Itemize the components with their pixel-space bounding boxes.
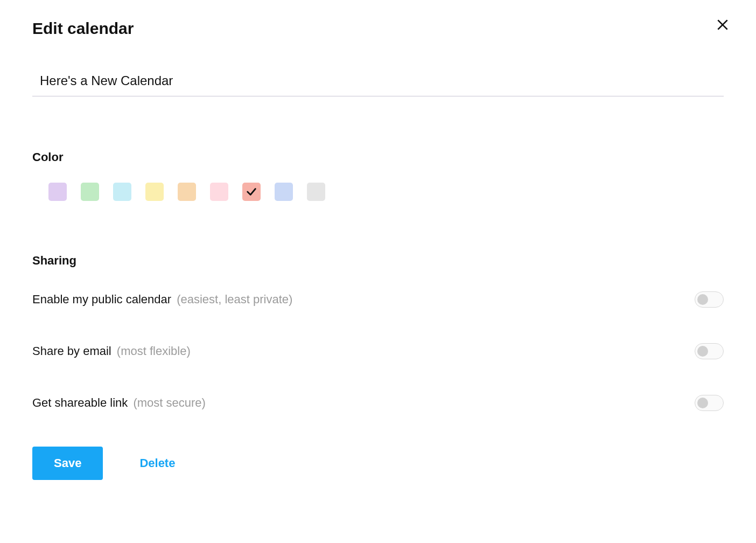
color-swatch-mint[interactable] (81, 183, 99, 201)
color-swatch-powder[interactable] (275, 183, 293, 201)
dialog-title: Edit calendar (32, 19, 724, 38)
sharing-options-list: Enable my public calendar (easiest, leas… (32, 291, 724, 411)
sharing-toggle[interactable] (695, 291, 724, 308)
sharing-option-text: Enable my public calendar (easiest, leas… (32, 293, 292, 307)
close-button[interactable] (712, 14, 733, 36)
color-swatch-butter[interactable] (145, 183, 164, 201)
sharing-option-text: Get shareable link (most secure) (32, 396, 206, 410)
sharing-toggle[interactable] (695, 395, 724, 411)
color-swatch-coral[interactable] (242, 183, 261, 201)
sharing-option-label: Get shareable link (32, 396, 128, 409)
color-swatch-blush[interactable] (210, 183, 228, 201)
dialog-actions: Save Delete (32, 447, 724, 480)
sharing-option-label: Share by email (32, 344, 111, 358)
color-swatch-gray[interactable] (307, 183, 325, 201)
color-swatch-peach[interactable] (178, 183, 196, 201)
sharing-toggle[interactable] (695, 343, 724, 359)
sharing-option-row: Enable my public calendar (easiest, leas… (32, 291, 724, 308)
sharing-option-hint: (most flexible) (114, 344, 191, 358)
delete-button[interactable]: Delete (139, 456, 175, 470)
toggle-knob (697, 294, 708, 305)
sharing-option-text: Share by email (most flexible) (32, 344, 191, 358)
save-button[interactable]: Save (32, 447, 103, 480)
sharing-option-hint: (easiest, least private) (173, 293, 292, 306)
sharing-option-row: Get shareable link (most secure) (32, 395, 724, 411)
check-icon (246, 186, 257, 198)
toggle-knob (697, 398, 708, 408)
color-swatch-row (32, 183, 724, 201)
sharing-section-label: Sharing (32, 254, 724, 268)
color-swatch-sky[interactable] (113, 183, 131, 201)
sharing-option-hint: (most secure) (130, 396, 206, 409)
calendar-name-input[interactable] (32, 68, 724, 96)
sharing-option-row: Share by email (most flexible) (32, 343, 724, 359)
sharing-option-label: Enable my public calendar (32, 293, 171, 306)
edit-calendar-dialog: Edit calendar Color Sharing Enable my pu… (0, 0, 756, 543)
toggle-knob (697, 346, 708, 357)
color-section-label: Color (32, 150, 724, 164)
close-icon (716, 18, 730, 32)
color-swatch-lavender[interactable] (48, 183, 67, 201)
